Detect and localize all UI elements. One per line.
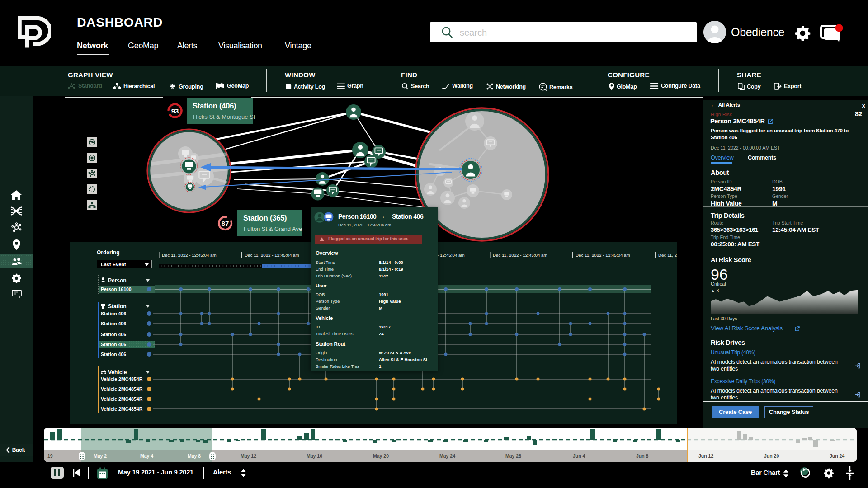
svg-text:Station (406): Station (406) xyxy=(193,102,236,110)
svg-text:May 20: May 20 xyxy=(373,453,389,459)
svg-text:Dec 11, 2022 - 12:45:04 am: Dec 11, 2022 - 12:45:04 am xyxy=(658,253,677,258)
svg-text:Jun 4: Jun 4 xyxy=(573,453,585,459)
svg-text:Vehicle 2MC4854R: Vehicle 2MC4854R xyxy=(101,406,143,412)
svg-text:Dec 11, 2022 - 12:45:04 am: Dec 11, 2022 - 12:45:04 am xyxy=(493,253,547,258)
svg-text:May 4: May 4 xyxy=(140,453,153,459)
svg-text:Vehicle: Vehicle xyxy=(108,369,127,375)
svg-text:Jun 24: Jun 24 xyxy=(830,453,844,459)
svg-text:Station 406: Station 406 xyxy=(101,321,126,326)
svg-text:Dec 11, 2022 - 12:45:04 am: Dec 11, 2022 - 12:45:04 am xyxy=(245,253,299,258)
svg-text:Station 406: Station 406 xyxy=(101,342,126,347)
svg-text:Station (365): Station (365) xyxy=(243,214,287,222)
svg-text:Person 16100: Person 16100 xyxy=(101,286,132,292)
svg-text:87: 87 xyxy=(222,220,229,227)
svg-text:Jun 12: Jun 12 xyxy=(698,453,713,459)
svg-text:Station 406: Station 406 xyxy=(101,311,126,316)
svg-text:93: 93 xyxy=(171,107,179,115)
svg-text:Vehicle 2MC4854R: Vehicle 2MC4854R xyxy=(101,386,143,392)
svg-text:Hicks St & Montague St: Hicks St & Montague St xyxy=(193,113,255,120)
svg-text:May 24: May 24 xyxy=(439,453,455,459)
svg-text:Dec 11, 2022 - 12:45:04 am: Dec 11, 2022 - 12:45:04 am xyxy=(162,253,217,258)
svg-text:May 16: May 16 xyxy=(307,453,322,459)
svg-text:Vehicle 2MC4854R: Vehicle 2MC4854R xyxy=(101,396,143,402)
svg-text:May 2: May 2 xyxy=(94,453,107,459)
svg-text:Dec 11, 2022 - 12:45:04 am: Dec 11, 2022 - 12:45:04 am xyxy=(576,253,630,258)
svg-text:Jun 8: Jun 8 xyxy=(636,453,649,459)
svg-text:May 28: May 28 xyxy=(505,453,521,459)
svg-text:Station: Station xyxy=(108,303,127,310)
svg-text:Vehicle 2MC4854R: Vehicle 2MC4854R xyxy=(101,376,143,382)
svg-text:Person: Person xyxy=(108,277,127,284)
svg-text:May 8: May 8 xyxy=(188,453,201,459)
svg-text:19: 19 xyxy=(47,453,53,459)
svg-text:Jun 20: Jun 20 xyxy=(764,453,779,459)
svg-text:Station 406: Station 406 xyxy=(101,352,126,357)
svg-text:May 12: May 12 xyxy=(241,453,256,459)
svg-text:Fulton St & Grand Ave: Fulton St & Grand Ave xyxy=(244,225,302,232)
svg-text:Station 406: Station 406 xyxy=(101,332,126,337)
